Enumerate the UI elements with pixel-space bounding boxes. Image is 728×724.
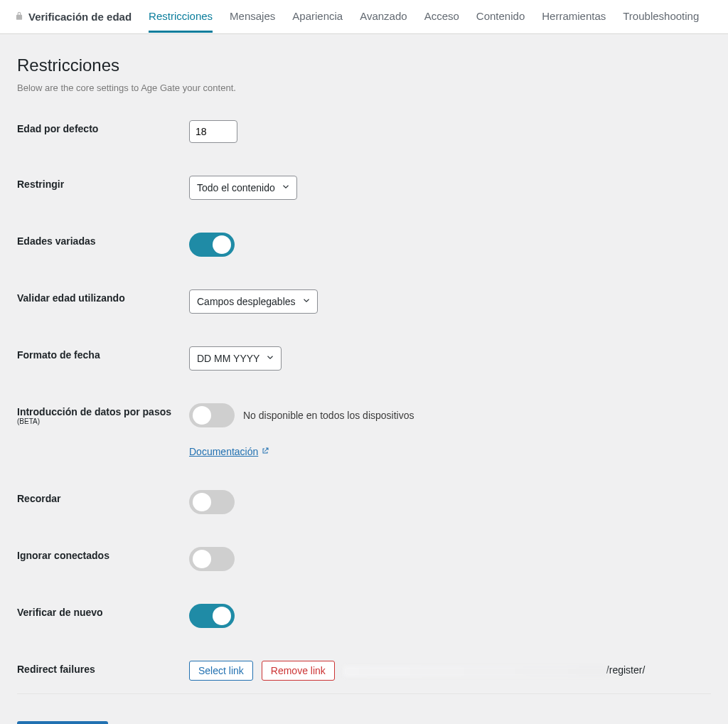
ignore-logged-toggle[interactable] — [189, 547, 235, 571]
restrict-select-value: Todo el contenido — [197, 182, 275, 193]
redirect-url: /register/ — [343, 664, 645, 676]
documentation-link-text: Documentación — [189, 446, 258, 457]
varied-ages-toggle[interactable] — [189, 233, 235, 257]
tab-contenido[interactable]: Contenido — [476, 1, 525, 33]
page-description: Below are the core settings to Age Gate … — [17, 82, 711, 93]
separator — [17, 693, 711, 694]
chevron-down-icon — [265, 353, 275, 365]
tab-troubleshooting[interactable]: Troubleshooting — [623, 1, 699, 33]
tab-apariencia[interactable]: Apariencia — [292, 1, 343, 33]
stepped-note: No disponible en todos los dispositivos — [243, 410, 414, 421]
label-stepped-text: Introducción de datos por pasos — [17, 406, 171, 417]
label-default-age: Edad por defecto — [17, 120, 189, 134]
tab-acceso[interactable]: Acceso — [424, 1, 459, 33]
stepped-toggle[interactable] — [189, 403, 235, 427]
default-age-input[interactable] — [189, 120, 237, 143]
tab-herramientas[interactable]: Herramientas — [542, 1, 606, 33]
validate-using-select[interactable]: Campos desplegables — [189, 289, 318, 314]
label-varied-ages: Edades variadas — [17, 233, 189, 247]
tab-restricciones[interactable]: Restricciones — [149, 1, 213, 33]
redirect-url-suffix: /register/ — [606, 664, 645, 676]
label-date-format: Formato de fecha — [17, 346, 189, 361]
restrict-select[interactable]: Todo el contenido — [189, 176, 297, 200]
label-recheck: Verificar de nuevo — [17, 604, 189, 618]
redirect-url-redacted — [343, 666, 606, 677]
tab-mensajes[interactable]: Mensajes — [230, 1, 275, 33]
chevron-down-icon — [301, 296, 311, 308]
plugin-title-text: Verificación de edad — [28, 11, 132, 23]
settings-tabs: Verificación de edad Restricciones Mensa… — [0, 0, 728, 34]
select-link-button[interactable]: Select link — [189, 661, 253, 681]
validate-using-value: Campos desplegables — [197, 296, 296, 307]
label-ignore-logged: Ignorar conectados — [17, 547, 189, 561]
remove-link-button[interactable]: Remove link — [262, 661, 335, 681]
chevron-down-icon — [281, 182, 291, 194]
tab-avanzado[interactable]: Avanzado — [360, 1, 407, 33]
label-remember: Recordar — [17, 490, 189, 504]
page-title: Restricciones — [17, 55, 711, 75]
label-restrict: Restringir — [17, 176, 189, 190]
label-redirect: Redirect failures — [17, 661, 189, 675]
save-button[interactable]: Guardar ajustes — [17, 721, 108, 724]
plugin-title: Verificación de edad — [14, 10, 132, 23]
label-validate-using: Validar edad utilizando — [17, 289, 189, 304]
label-stepped-beta: (BETA) — [17, 417, 40, 425]
remember-toggle[interactable] — [189, 490, 235, 514]
lock-icon — [14, 10, 24, 23]
recheck-toggle[interactable] — [189, 604, 235, 628]
date-format-select[interactable]: DD MM YYYY — [189, 346, 282, 371]
date-format-value: DD MM YYYY — [197, 353, 259, 364]
documentation-link[interactable]: Documentación — [189, 446, 269, 457]
external-link-icon — [261, 446, 269, 457]
label-stepped: Introducción de datos por pasos (BETA) — [17, 403, 189, 430]
